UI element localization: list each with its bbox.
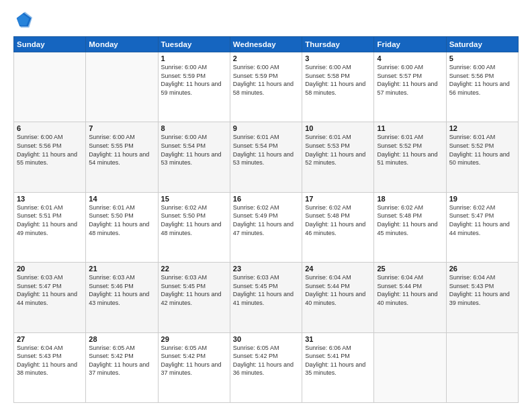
logo-icon bbox=[13, 11, 32, 30]
day-info: Sunrise: 6:00 AM Sunset: 5:59 PM Dayligh… bbox=[233, 63, 299, 97]
day-number: 22 bbox=[161, 265, 227, 273]
calendar-day-cell: 29Sunrise: 6:05 AM Sunset: 5:42 PM Dayli… bbox=[158, 332, 230, 402]
day-info: Sunrise: 6:00 AM Sunset: 5:56 PM Dayligh… bbox=[17, 133, 83, 167]
day-info: Sunrise: 6:02 AM Sunset: 5:50 PM Dayligh… bbox=[161, 203, 227, 237]
calendar-day-cell: 4Sunrise: 6:00 AM Sunset: 5:57 PM Daylig… bbox=[374, 52, 446, 122]
calendar-week-row: 27Sunrise: 6:04 AM Sunset: 5:43 PM Dayli… bbox=[14, 332, 519, 402]
calendar-day-cell bbox=[446, 332, 518, 402]
day-number: 26 bbox=[449, 265, 515, 273]
calendar-day-cell: 23Sunrise: 6:03 AM Sunset: 5:45 PM Dayli… bbox=[230, 263, 302, 332]
calendar-day-cell: 7Sunrise: 6:00 AM Sunset: 5:55 PM Daylig… bbox=[86, 122, 158, 192]
day-number: 18 bbox=[377, 195, 443, 203]
calendar-day-cell: 8Sunrise: 6:00 AM Sunset: 5:54 PM Daylig… bbox=[158, 122, 230, 192]
calendar-day-cell bbox=[14, 52, 86, 122]
day-number: 24 bbox=[305, 265, 371, 273]
calendar-day-cell: 9Sunrise: 6:01 AM Sunset: 5:54 PM Daylig… bbox=[230, 122, 302, 192]
day-info: Sunrise: 6:04 AM Sunset: 5:44 PM Dayligh… bbox=[305, 273, 371, 307]
calendar-day-cell: 20Sunrise: 6:03 AM Sunset: 5:47 PM Dayli… bbox=[14, 263, 86, 332]
weekday-header: Monday bbox=[86, 37, 158, 52]
day-info: Sunrise: 6:01 AM Sunset: 5:54 PM Dayligh… bbox=[233, 133, 299, 167]
day-number: 3 bbox=[305, 54, 371, 62]
day-number: 9 bbox=[233, 124, 299, 132]
calendar-day-cell: 2Sunrise: 6:00 AM Sunset: 5:59 PM Daylig… bbox=[230, 52, 302, 122]
calendar-day-cell: 25Sunrise: 6:04 AM Sunset: 5:44 PM Dayli… bbox=[374, 263, 446, 332]
calendar-day-cell: 3Sunrise: 6:00 AM Sunset: 5:58 PM Daylig… bbox=[302, 52, 374, 122]
day-number: 15 bbox=[161, 195, 227, 203]
day-number: 19 bbox=[449, 195, 515, 203]
day-info: Sunrise: 6:02 AM Sunset: 5:48 PM Dayligh… bbox=[377, 203, 443, 237]
calendar-day-cell: 5Sunrise: 6:00 AM Sunset: 5:56 PM Daylig… bbox=[446, 52, 518, 122]
calendar-day-cell: 24Sunrise: 6:04 AM Sunset: 5:44 PM Dayli… bbox=[302, 263, 374, 332]
day-number: 7 bbox=[89, 124, 154, 132]
calendar-day-cell: 21Sunrise: 6:03 AM Sunset: 5:46 PM Dayli… bbox=[86, 263, 158, 332]
day-info: Sunrise: 6:02 AM Sunset: 5:49 PM Dayligh… bbox=[233, 203, 299, 237]
day-info: Sunrise: 6:05 AM Sunset: 5:42 PM Dayligh… bbox=[89, 344, 154, 377]
calendar-week-row: 1Sunrise: 6:00 AM Sunset: 5:59 PM Daylig… bbox=[14, 52, 519, 122]
weekday-header: Sunday bbox=[14, 37, 86, 52]
day-number: 21 bbox=[89, 265, 154, 273]
day-info: Sunrise: 6:04 AM Sunset: 5:43 PM Dayligh… bbox=[17, 344, 83, 377]
day-number: 11 bbox=[377, 124, 443, 132]
calendar-day-cell: 12Sunrise: 6:01 AM Sunset: 5:52 PM Dayli… bbox=[446, 122, 518, 192]
calendar-table: SundayMondayTuesdayWednesdayThursdayFrid… bbox=[13, 36, 519, 403]
day-info: Sunrise: 6:00 AM Sunset: 5:56 PM Dayligh… bbox=[449, 63, 515, 97]
day-number: 17 bbox=[305, 195, 371, 203]
calendar-day-cell bbox=[374, 332, 446, 402]
day-info: Sunrise: 6:05 AM Sunset: 5:42 PM Dayligh… bbox=[233, 344, 299, 377]
day-number: 20 bbox=[17, 265, 83, 273]
calendar-day-cell: 1Sunrise: 6:00 AM Sunset: 5:59 PM Daylig… bbox=[158, 52, 230, 122]
calendar-day-cell: 28Sunrise: 6:05 AM Sunset: 5:42 PM Dayli… bbox=[86, 332, 158, 402]
weekday-header: Saturday bbox=[446, 37, 518, 52]
day-info: Sunrise: 6:00 AM Sunset: 5:58 PM Dayligh… bbox=[305, 63, 371, 97]
logo bbox=[13, 11, 35, 30]
day-number: 28 bbox=[89, 335, 154, 343]
day-info: Sunrise: 6:06 AM Sunset: 5:41 PM Dayligh… bbox=[305, 344, 371, 377]
day-info: Sunrise: 6:01 AM Sunset: 5:52 PM Dayligh… bbox=[377, 133, 443, 167]
calendar-day-cell: 26Sunrise: 6:04 AM Sunset: 5:43 PM Dayli… bbox=[446, 263, 518, 332]
calendar-day-cell: 13Sunrise: 6:01 AM Sunset: 5:51 PM Dayli… bbox=[14, 192, 86, 262]
day-info: Sunrise: 6:01 AM Sunset: 5:53 PM Dayligh… bbox=[305, 133, 371, 167]
day-number: 4 bbox=[377, 54, 443, 62]
weekday-header: Thursday bbox=[302, 37, 374, 52]
calendar-day-cell: 17Sunrise: 6:02 AM Sunset: 5:48 PM Dayli… bbox=[302, 192, 374, 262]
calendar-day-cell: 16Sunrise: 6:02 AM Sunset: 5:49 PM Dayli… bbox=[230, 192, 302, 262]
day-number: 25 bbox=[377, 265, 443, 273]
day-info: Sunrise: 6:03 AM Sunset: 5:46 PM Dayligh… bbox=[89, 273, 154, 307]
day-number: 13 bbox=[17, 195, 83, 203]
weekday-header: Tuesday bbox=[158, 37, 230, 52]
page: SundayMondayTuesdayWednesdayThursdayFrid… bbox=[0, 0, 532, 411]
day-info: Sunrise: 6:01 AM Sunset: 5:50 PM Dayligh… bbox=[89, 203, 154, 237]
calendar-week-row: 20Sunrise: 6:03 AM Sunset: 5:47 PM Dayli… bbox=[14, 263, 519, 332]
day-info: Sunrise: 6:01 AM Sunset: 5:51 PM Dayligh… bbox=[17, 203, 83, 237]
day-info: Sunrise: 6:02 AM Sunset: 5:47 PM Dayligh… bbox=[449, 203, 515, 237]
day-number: 14 bbox=[89, 195, 154, 203]
calendar-day-cell: 6Sunrise: 6:00 AM Sunset: 5:56 PM Daylig… bbox=[14, 122, 86, 192]
day-number: 2 bbox=[233, 54, 299, 62]
day-number: 5 bbox=[449, 54, 515, 62]
day-info: Sunrise: 6:00 AM Sunset: 5:54 PM Dayligh… bbox=[161, 133, 227, 167]
calendar-header-row: SundayMondayTuesdayWednesdayThursdayFrid… bbox=[14, 37, 519, 52]
day-info: Sunrise: 6:03 AM Sunset: 5:45 PM Dayligh… bbox=[233, 273, 299, 307]
day-info: Sunrise: 6:04 AM Sunset: 5:44 PM Dayligh… bbox=[377, 273, 443, 307]
calendar-day-cell: 19Sunrise: 6:02 AM Sunset: 5:47 PM Dayli… bbox=[446, 192, 518, 262]
calendar-day-cell: 22Sunrise: 6:03 AM Sunset: 5:45 PM Dayli… bbox=[158, 263, 230, 332]
calendar-day-cell bbox=[86, 52, 158, 122]
day-number: 23 bbox=[233, 265, 299, 273]
calendar-day-cell: 30Sunrise: 6:05 AM Sunset: 5:42 PM Dayli… bbox=[230, 332, 302, 402]
calendar-day-cell: 15Sunrise: 6:02 AM Sunset: 5:50 PM Dayli… bbox=[158, 192, 230, 262]
day-number: 10 bbox=[305, 124, 371, 132]
day-number: 29 bbox=[161, 335, 227, 343]
day-number: 16 bbox=[233, 195, 299, 203]
day-info: Sunrise: 6:00 AM Sunset: 5:55 PM Dayligh… bbox=[89, 133, 154, 167]
day-info: Sunrise: 6:00 AM Sunset: 5:57 PM Dayligh… bbox=[377, 63, 443, 97]
day-number: 27 bbox=[17, 335, 83, 343]
day-info: Sunrise: 6:01 AM Sunset: 5:52 PM Dayligh… bbox=[449, 133, 515, 167]
calendar-day-cell: 11Sunrise: 6:01 AM Sunset: 5:52 PM Dayli… bbox=[374, 122, 446, 192]
calendar-week-row: 13Sunrise: 6:01 AM Sunset: 5:51 PM Dayli… bbox=[14, 192, 519, 262]
day-number: 8 bbox=[161, 124, 227, 132]
day-number: 30 bbox=[233, 335, 299, 343]
calendar-day-cell: 27Sunrise: 6:04 AM Sunset: 5:43 PM Dayli… bbox=[14, 332, 86, 402]
day-number: 12 bbox=[449, 124, 515, 132]
header bbox=[13, 11, 519, 30]
day-number: 6 bbox=[17, 124, 83, 132]
